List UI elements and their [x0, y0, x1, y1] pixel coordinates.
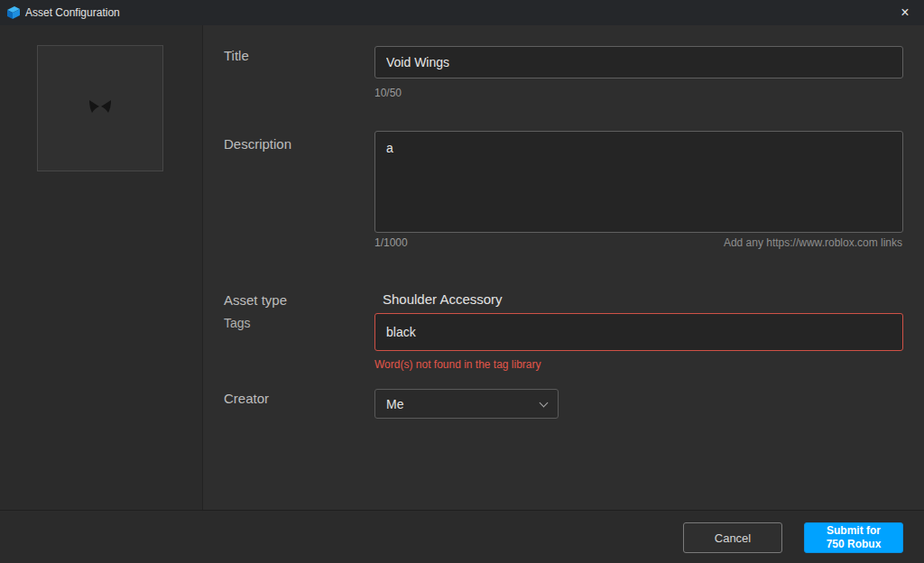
- tags-label: Tags: [224, 316, 251, 330]
- window-title: Asset Configuration: [25, 6, 120, 19]
- tags-error-message: Word(s) not found in the tag library: [374, 358, 541, 371]
- title-char-counter: 10/50: [374, 87, 402, 99]
- roblox-studio-icon: [7, 6, 20, 19]
- description-char-counter: 1/1000: [374, 236, 408, 249]
- submit-button-line2: 750 Robux: [805, 538, 902, 551]
- content-area: Title 10/50 Description a 1/1000 Add any…: [0, 25, 924, 510]
- wings-icon: [88, 99, 112, 117]
- asset-type-value: Shoulder Accessory: [383, 291, 503, 307]
- preview-panel: [0, 25, 203, 510]
- creator-label: Creator: [224, 391, 269, 406]
- description-links-hint: Add any https://www.roblox.com links: [724, 236, 902, 249]
- cancel-button[interactable]: Cancel: [683, 522, 782, 553]
- tags-input[interactable]: [374, 313, 903, 351]
- chevron-down-icon: [540, 399, 549, 408]
- asset-configuration-window: Asset Configuration × Title 10/50 Desc: [0, 0, 924, 563]
- footer-bar: Cancel Submit for 750 Robux: [0, 510, 924, 563]
- description-label: Description: [224, 136, 291, 152]
- form-panel: Title 10/50 Description a 1/1000 Add any…: [204, 25, 924, 510]
- creator-selected-value: Me: [386, 397, 403, 411]
- asset-thumbnail: [37, 45, 163, 171]
- close-icon[interactable]: ×: [886, 0, 924, 25]
- titlebar: Asset Configuration ×: [0, 0, 924, 25]
- description-input[interactable]: a: [374, 131, 903, 233]
- title-input[interactable]: [374, 46, 903, 78]
- creator-dropdown[interactable]: Me: [374, 389, 559, 419]
- submit-button-line1: Submit for: [805, 524, 902, 538]
- submit-button[interactable]: Submit for 750 Robux: [804, 522, 903, 553]
- title-label: Title: [224, 48, 249, 63]
- asset-type-label: Asset type: [224, 292, 287, 308]
